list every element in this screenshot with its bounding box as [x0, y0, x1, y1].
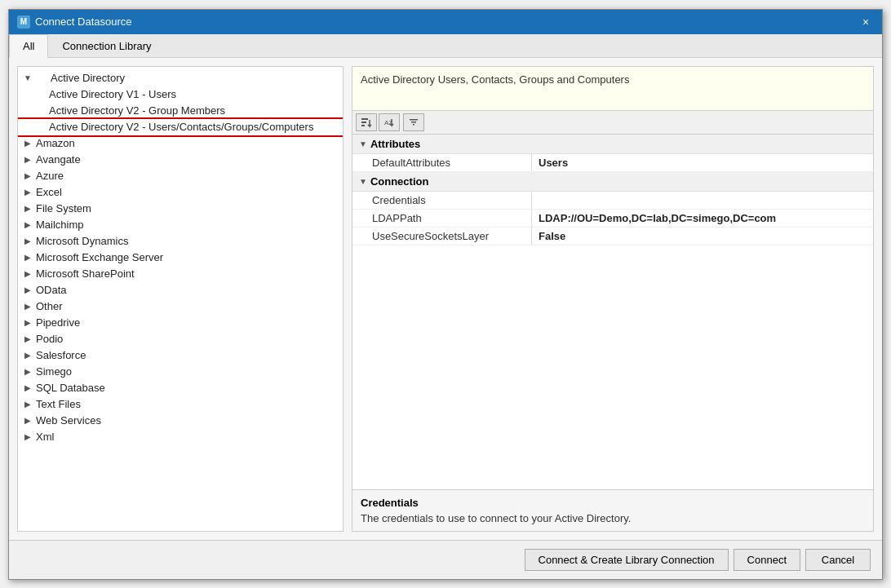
expand-icon-xml: ▶ [21, 431, 34, 444]
expand-icon-odata: ▶ [21, 284, 34, 297]
description-text: Active Directory Users, Contacts, Groups… [361, 73, 629, 86]
app-icon: M [17, 15, 30, 29]
tree-label-simego: Simego [36, 365, 72, 378]
tree-item-ad-v2-group[interactable]: Active Directory V2 - Group Members [18, 103, 343, 119]
expand-icon-simego: ▶ [21, 365, 34, 378]
tree-label-avangate: Avangate [36, 153, 81, 166]
tree-item-pipedrive[interactable]: ▶ Pipedrive [18, 315, 343, 331]
expand-icon-excel: ▶ [21, 186, 34, 199]
tree-item-text-files[interactable]: ▶ Text Files [18, 396, 343, 413]
tree-label-odata: OData [36, 284, 67, 296]
tree-item-ms-exchange[interactable]: ▶ Microsoft Exchange Server [18, 250, 343, 266]
sort-properties-button[interactable] [356, 113, 377, 131]
tree-label-ms-dynamics: Microsoft Dynamics [36, 235, 128, 247]
expand-connection-icon: ▼ [359, 177, 367, 186]
section-connection[interactable]: ▼ Connection [352, 172, 873, 192]
prop-value-ldappath: LDAP://OU=Demo,DC=lab,DC=simego,DC=com [532, 210, 873, 227]
prop-row-ldappath: LDAPPath LDAP://OU=Demo,DC=lab,DC=simego… [352, 210, 873, 228]
tree-label-amazon: Amazon [36, 137, 75, 149]
expand-icon-ad-v2-users [34, 121, 47, 134]
expand-icon-sql-database: ▶ [21, 382, 34, 395]
expand-icon-avangate: ▶ [21, 153, 34, 166]
close-button[interactable]: × [858, 14, 874, 30]
prop-name-default-attributes: DefaultAttributes [352, 154, 532, 171]
svg-rect-6 [413, 124, 414, 126]
tree-item-xml[interactable]: ▶ Xml [18, 429, 343, 445]
tree-item-podio[interactable]: ▶ Podio [18, 331, 343, 347]
tabs-bar: All Connection Library [9, 34, 882, 58]
sort-az-button[interactable]: AZ [379, 113, 400, 131]
svg-rect-5 [411, 122, 416, 123]
prop-value-use-ssl: False [532, 228, 873, 245]
section-attributes-label: Attributes [370, 138, 420, 150]
properties-toolbar: AZ [352, 111, 874, 135]
tree-item-salesforce[interactable]: ▶ Salesforce [18, 347, 343, 364]
tree-item-file-system[interactable]: ▶ File System [18, 201, 343, 217]
tree-label-ms-sharepoint: Microsoft SharePoint [36, 267, 135, 280]
tree-item-microsoft-dynamics[interactable]: ▶ Microsoft Dynamics [18, 233, 343, 250]
tree-label-text-files: Text Files [36, 398, 81, 410]
tree-item-other[interactable]: ▶ Other [18, 298, 343, 315]
expand-icon-file-system: ▶ [21, 202, 34, 215]
info-box-title: Credentials [361, 497, 865, 509]
svg-rect-0 [361, 118, 368, 120]
tree-item-azure[interactable]: ▶ Azure [18, 168, 343, 184]
sort-icon [361, 117, 372, 128]
tree-item-ad-v1-users[interactable]: Active Directory V1 - Users [18, 86, 343, 103]
svg-rect-1 [361, 122, 366, 123]
svg-rect-2 [361, 125, 365, 126]
tree-label-mailchimp: Mailchimp [36, 219, 84, 231]
tree-item-amazon[interactable]: ▶ Amazon [18, 135, 343, 152]
tree-label-ad-v2-users: Active Directory V2 - Users/Contacts/Gro… [49, 121, 313, 133]
prop-value-default-attributes: Users [532, 154, 873, 171]
tree-item-ms-sharepoint[interactable]: ▶ Microsoft SharePoint [18, 266, 343, 282]
description-box: Active Directory Users, Contacts, Groups… [352, 66, 874, 111]
tree-label-azure: Azure [36, 170, 64, 182]
tree-item-mailchimp[interactable]: ▶ Mailchimp [18, 217, 343, 233]
tree-label-file-system: File System [36, 202, 91, 214]
tree-label-ms-exchange: Microsoft Exchange Server [36, 251, 163, 263]
expand-icon-salesforce: ▶ [21, 349, 34, 362]
tree-item-web-services[interactable]: ▶ Web Services [18, 413, 343, 429]
tree-item-ad-v2-users-contacts[interactable]: Active Directory V2 - Users/Contacts/Gro… [18, 119, 343, 135]
tree-item-simego[interactable]: ▶ Simego [18, 364, 343, 380]
expand-icon-ad-v2-group [34, 104, 47, 117]
filter-icon [408, 117, 419, 128]
filter-button[interactable] [403, 113, 424, 131]
expand-icon-azure: ▶ [21, 170, 34, 183]
expand-icon-amazon: ▶ [21, 137, 34, 150]
cancel-button[interactable]: Cancel [805, 549, 871, 571]
section-attributes[interactable]: ▼ Attributes [352, 135, 873, 154]
properties-panel: ▼ Attributes DefaultAttributes Users ▼ C… [352, 135, 874, 490]
info-box: Credentials The credentials to use to co… [352, 490, 874, 532]
tree-label-ad-v2-group: Active Directory V2 - Group Members [49, 104, 225, 117]
tree-item-avangate[interactable]: ▶ Avangate [18, 152, 343, 168]
tree-label-sql-database: SQL Database [36, 382, 105, 394]
expand-icon-podio: ▶ [21, 333, 34, 346]
dialog: M Connect Datasource × All Connection Li… [8, 9, 883, 580]
svg-rect-4 [410, 119, 418, 121]
tree-item-sql-database[interactable]: ▶ SQL Database [18, 380, 343, 396]
tree-label-other: Other [36, 300, 63, 312]
expand-icon-ms-dynamics: ▶ [21, 235, 34, 248]
content-area: ▼ Active Directory Active Directory V1 -… [9, 58, 882, 540]
tree-item-odata[interactable]: ▶ OData [18, 282, 343, 298]
sort-az-icon: AZ [383, 117, 395, 128]
expand-icon-text-files: ▶ [21, 398, 34, 411]
connect-button[interactable]: Connect [734, 549, 800, 571]
tree-item-excel[interactable]: ▶ Excel [18, 184, 343, 201]
info-box-text: The credentials to use to connect to you… [361, 512, 865, 524]
tree-label-active-directory: Active Directory [51, 72, 125, 84]
expand-icon-active-directory: ▼ [21, 72, 34, 85]
window-title: Connect Datasource [35, 15, 132, 28]
tree-item-active-directory[interactable]: ▼ Active Directory [18, 70, 343, 86]
tree-label-xml: Xml [36, 431, 54, 443]
expand-icon-ms-sharepoint: ▶ [21, 267, 34, 281]
tab-all[interactable]: All [9, 34, 48, 58]
tree-label-web-services: Web Services [36, 414, 101, 427]
tree-label-pipedrive: Pipedrive [36, 316, 80, 329]
expand-icon-web-services: ▶ [21, 414, 34, 427]
connect-create-button[interactable]: Connect & Create Library Connection [525, 549, 729, 571]
tree-label-salesforce: Salesforce [36, 349, 86, 361]
tab-connection-library[interactable]: Connection Library [48, 34, 165, 58]
